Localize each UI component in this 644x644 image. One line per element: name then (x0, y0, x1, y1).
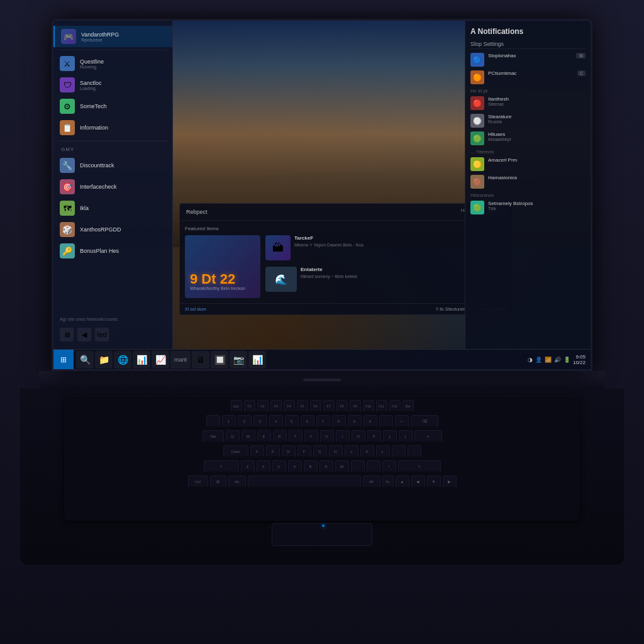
bottom-icon-ied[interactable]: Ied (95, 328, 109, 341)
panel-item-questline[interactable]: ⚔ Questline Running (53, 53, 172, 74)
taskbar-browser[interactable]: 🌐 (114, 351, 131, 369)
game-featured[interactable]: 9 Dt 22 WharatoNorthy Belo treckon (185, 235, 260, 298)
key-w[interactable]: W (242, 430, 255, 443)
taskbar-icon-misc2[interactable]: 🔲 (211, 351, 228, 369)
key-n[interactable]: N (319, 460, 333, 473)
key-f4[interactable]: F4 (284, 400, 295, 413)
key-win[interactable]: ⊞ (210, 475, 226, 488)
panel-item-sanctloc[interactable]: 🛡 Sanctloc Loading (53, 74, 172, 96)
panel-item-ikla[interactable]: 🗺 Ikla (53, 197, 172, 219)
key-enter[interactable]: ↵ (414, 430, 442, 443)
footer-left[interactable]: Xl sol slum (185, 307, 206, 311)
key-g[interactable]: G (313, 445, 327, 458)
key-quote[interactable]: ' (408, 445, 421, 458)
bottom-icon-back[interactable]: ◀ (77, 328, 91, 341)
key-esc[interactable]: Esc (231, 400, 242, 413)
key-right[interactable]: ▶ (443, 475, 457, 488)
panel-item-interface[interactable]: 🎯 Interfacecheck (53, 176, 172, 197)
key-m[interactable]: M (335, 460, 349, 473)
bottom-icon-screen[interactable]: 🖥 (60, 328, 74, 341)
key-f9[interactable]: F9 (350, 400, 361, 413)
key-space[interactable] (248, 475, 361, 488)
key-2[interactable]: 2 (238, 415, 252, 428)
key-f12[interactable]: F12 (389, 400, 401, 413)
key-r[interactable]: R (273, 430, 287, 443)
taskbar-icon-misc3[interactable]: 📷 (230, 351, 247, 369)
taskbar-icon-misc4[interactable]: 📊 (248, 351, 266, 369)
key-h[interactable]: H (329, 445, 343, 458)
key-period[interactable]: . (367, 460, 380, 473)
notif-item-3[interactable]: 🔴 Itanthesh Sitemac (470, 96, 586, 110)
start-button[interactable]: ⊞ (53, 350, 74, 370)
key-caps[interactable]: Caps (223, 445, 248, 458)
key-d[interactable]: D (282, 445, 296, 458)
key-rshift[interactable]: ⇧ (398, 460, 441, 473)
taskbar-icon-misc1[interactable]: 🖥 (192, 351, 209, 369)
key-up[interactable]: ▲ (396, 475, 409, 488)
key-backspace[interactable]: ⌫ (411, 415, 438, 428)
key-u[interactable]: U (320, 430, 334, 443)
panel-item-info[interactable]: 📋 Information (53, 117, 172, 138)
key-backtick[interactable]: ` (206, 415, 220, 428)
notif-item-4[interactable]: ⚪ Stearature Rcasta (470, 114, 586, 128)
notif-item-8[interactable]: 🟡 Amacerl Prm (470, 157, 586, 171)
key-minus[interactable]: - (379, 415, 393, 428)
key-f11[interactable]: F11 (376, 400, 387, 413)
key-8[interactable]: 8 (332, 415, 346, 428)
key-f8[interactable]: F8 (336, 400, 348, 413)
key-slash[interactable]: / (382, 460, 396, 473)
key-z[interactable]: Z (241, 460, 255, 473)
key-3[interactable]: 3 (253, 415, 267, 428)
key-4[interactable]: 4 (269, 415, 283, 428)
key-y[interactable]: Y (304, 430, 318, 443)
panel-item-xanthos[interactable]: 🎲 XanthosRPGDD (53, 219, 172, 240)
taskbar-search[interactable]: 🔍 (76, 351, 94, 369)
key-7[interactable]: 7 (316, 415, 330, 428)
key-rbracket[interactable]: ] (399, 430, 413, 443)
notif-item-11[interactable]: 🟢 Setnamely Bstropos Tlsk (470, 201, 586, 214)
key-e[interactable]: E (257, 430, 271, 443)
key-f5[interactable]: F5 (297, 400, 308, 413)
taskbar-explorer[interactable]: 📁 (95, 351, 113, 369)
key-s[interactable]: S (266, 445, 280, 458)
panel-item-sometech[interactable]: ⚙ SomeTech (53, 96, 172, 117)
key-lctrl[interactable]: Ctrl (188, 475, 208, 488)
key-f7[interactable]: F7 (323, 400, 335, 413)
notif-item-1[interactable]: 🔵 Stoplonahax St (470, 53, 586, 67)
notif-item-5[interactable]: 🟢 Hltuaes Areaaetrepr (470, 131, 586, 145)
key-1[interactable]: 1 (222, 415, 236, 428)
key-i[interactable]: I (336, 430, 350, 443)
key-c[interactable]: C (272, 460, 286, 473)
key-lshift[interactable]: ⇧ (204, 460, 239, 473)
key-0[interactable]: 0 (364, 415, 377, 428)
key-lalt[interactable]: Alt (228, 475, 246, 488)
key-equals[interactable]: = (395, 415, 409, 428)
key-f3[interactable]: F3 (270, 400, 282, 413)
key-left[interactable]: ◀ (411, 475, 425, 488)
key-b[interactable]: B (304, 460, 318, 473)
key-q[interactable]: Q (226, 430, 240, 443)
key-9[interactable]: 9 (348, 415, 362, 428)
key-f10[interactable]: F10 (363, 400, 374, 413)
key-f2[interactable]: F2 (257, 400, 269, 413)
panel-item-top[interactable]: 🎮 VandarothRPG Rpicturexe (53, 26, 172, 47)
key-f6[interactable]: F6 (310, 400, 321, 413)
key-k[interactable]: K (360, 445, 374, 458)
key-tab[interactable]: Tab (203, 430, 224, 443)
key-semicolon[interactable]: ; (392, 445, 406, 458)
key-del[interactable]: Del (402, 400, 414, 413)
taskbar-store[interactable]: 📊 (133, 351, 150, 369)
key-f1[interactable]: F1 (244, 400, 255, 413)
key-t[interactable]: T (289, 430, 303, 443)
notif-item-2[interactable]: 🟠 PCtiumtimac C (470, 70, 586, 84)
key-6[interactable]: 6 (301, 415, 314, 428)
panel-item-bonus[interactable]: 🔑 BonusPlan Hes (53, 240, 172, 262)
key-j[interactable]: J (345, 445, 358, 458)
taskbar-charts[interactable]: 📈 (152, 351, 169, 369)
key-l[interactable]: L (376, 445, 390, 458)
key-ralt[interactable]: Alt (363, 475, 380, 488)
key-fn-key[interactable]: Fn (382, 475, 394, 488)
key-comma[interactable]: , (351, 460, 365, 473)
notif-item-9[interactable]: 🟤 Hamasionios (470, 175, 586, 189)
key-5[interactable]: 5 (285, 415, 299, 428)
